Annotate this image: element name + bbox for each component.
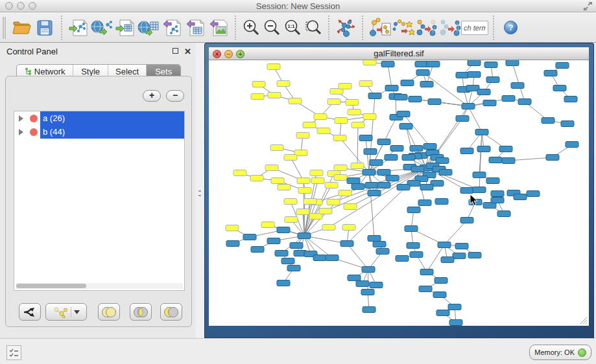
memory-status-button[interactable]: Memory: OK — [529, 345, 591, 360]
zoom-out-button[interactable] — [261, 16, 282, 40]
venn-union-icon — [101, 306, 117, 318]
export-table-icon — [185, 18, 205, 38]
export-image-icon — [209, 18, 228, 38]
splitter-grip[interactable] — [198, 190, 201, 196]
zoom-actual-size-button[interactable]: 1:1 — [282, 16, 303, 40]
toolbar-separator — [493, 16, 494, 40]
import-table-url-icon — [137, 18, 160, 38]
network-graph[interactable] — [209, 60, 589, 326]
split-sets-button[interactable] — [19, 303, 41, 321]
network-frame-title: galFiltered.sif — [209, 47, 589, 60]
toolbar-separator — [61, 16, 62, 40]
select-from-file-button[interactable] — [368, 16, 391, 40]
list-item[interactable]: a (26) — [14, 111, 184, 125]
export-network-button[interactable] — [160, 16, 184, 40]
task-history-button[interactable] — [6, 345, 21, 360]
import-network-url-button[interactable] — [90, 16, 113, 40]
union-button[interactable] — [98, 303, 120, 321]
save-session-button[interactable] — [33, 16, 56, 40]
zoom-actual-size-icon: 1:1 — [283, 19, 302, 37]
horizontal-scrollbar[interactable] — [16, 283, 183, 289]
import-table-url-button[interactable] — [137, 16, 160, 40]
set-color-dot — [30, 128, 38, 136]
mdi-desktop: × − + galFiltered.sif — [204, 43, 596, 338]
mouse-cursor-icon — [470, 194, 478, 206]
toolbar-drag-handle[interactable] — [3, 17, 6, 39]
network-canvas[interactable] — [209, 60, 589, 326]
app-window: Session: New Session — [0, 0, 596, 364]
intersection-button[interactable] — [130, 303, 152, 321]
memory-ok-indicator — [578, 348, 586, 357]
toolbar-separator — [328, 16, 329, 40]
venn-difference-icon — [163, 306, 180, 318]
zoom-in-icon — [242, 19, 260, 37]
remove-set-button[interactable]: − — [166, 90, 184, 102]
zoom-fit-button[interactable] — [303, 16, 324, 40]
import-table-file-button[interactable] — [113, 16, 137, 40]
window-titlebar: Session: New Session — [0, 0, 596, 12]
expander-icon[interactable] — [19, 115, 23, 122]
network-tab-icon — [25, 67, 32, 76]
import-network-url-icon — [91, 18, 113, 38]
control-panel-header: Control Panel ✕ — [0, 43, 196, 60]
panel-splitter[interactable] — [196, 43, 204, 338]
network-frame[interactable]: × − + galFiltered.sif — [204, 43, 594, 338]
zoom-out-icon — [263, 19, 281, 37]
set-label: a (26) — [43, 111, 65, 125]
deselect-all-button[interactable] — [438, 16, 461, 40]
close-panel-icon[interactable]: ✕ — [184, 47, 191, 56]
save-session-icon — [36, 19, 53, 36]
scrollbar-thumb[interactable] — [16, 284, 86, 288]
select-all-icon — [414, 17, 438, 38]
set-label: b (44) — [43, 125, 65, 139]
open-session-button[interactable] — [10, 16, 33, 40]
zoom-fit-icon — [304, 19, 322, 37]
sets-panel: + − a (26) b (44) — [5, 76, 192, 327]
control-panel: Control Panel ✕ Network Style Select Set… — [0, 43, 196, 338]
export-table-button[interactable] — [184, 16, 207, 40]
window-title: Session: New Session — [0, 0, 596, 12]
chevron-down-icon — [74, 310, 80, 314]
fullscreen-icon[interactable] — [583, 2, 593, 10]
help-button[interactable]: ? — [504, 21, 518, 34]
export-network-icon — [162, 18, 182, 38]
add-set-button[interactable]: + — [143, 90, 161, 102]
first-neighbors-button[interactable] — [391, 16, 414, 40]
export-image-button[interactable] — [207, 16, 230, 40]
search-input[interactable] — [461, 21, 488, 35]
expander-icon[interactable] — [19, 129, 23, 135]
sets-list: a (26) b (44) — [14, 111, 185, 291]
difference-button[interactable] — [160, 303, 182, 321]
open-session-icon — [12, 19, 31, 36]
svg-text:1:1: 1:1 — [288, 23, 295, 29]
zoom-in-button[interactable] — [241, 16, 261, 40]
toolbar-separator — [362, 16, 363, 40]
split-arrow-icon — [23, 306, 37, 318]
float-panel-icon[interactable] — [173, 48, 178, 54]
select-from-file-icon — [368, 17, 391, 39]
apply-layout-icon — [335, 17, 357, 38]
main-toolbar: 1:1 — [0, 13, 596, 43]
node-set-icon — [53, 306, 68, 318]
toolbar-separator — [235, 16, 236, 40]
import-network-file-button[interactable] — [67, 16, 90, 40]
venn-intersection-icon — [132, 306, 149, 318]
list-item[interactable]: b (44) — [14, 125, 184, 139]
select-all-button[interactable] — [414, 16, 438, 40]
import-network-file-icon — [68, 18, 89, 38]
status-bar: Memory: OK — [0, 338, 596, 364]
control-panel-title: Control Panel — [6, 47, 58, 56]
deselect-all-icon — [438, 17, 461, 38]
button-divider — [71, 307, 71, 317]
network-frame-titlebar[interactable]: × − + galFiltered.sif — [209, 47, 589, 60]
import-table-file-icon — [115, 18, 136, 38]
set-color-dot — [30, 115, 38, 122]
first-neighbors-icon — [391, 17, 414, 38]
memory-status-label: Memory: OK — [534, 348, 575, 356]
resize-grip-icon[interactable] — [579, 316, 587, 324]
apply-layout-button[interactable] — [334, 16, 357, 40]
task-list-icon — [9, 348, 19, 358]
create-set-dropdown-button[interactable] — [45, 303, 87, 321]
